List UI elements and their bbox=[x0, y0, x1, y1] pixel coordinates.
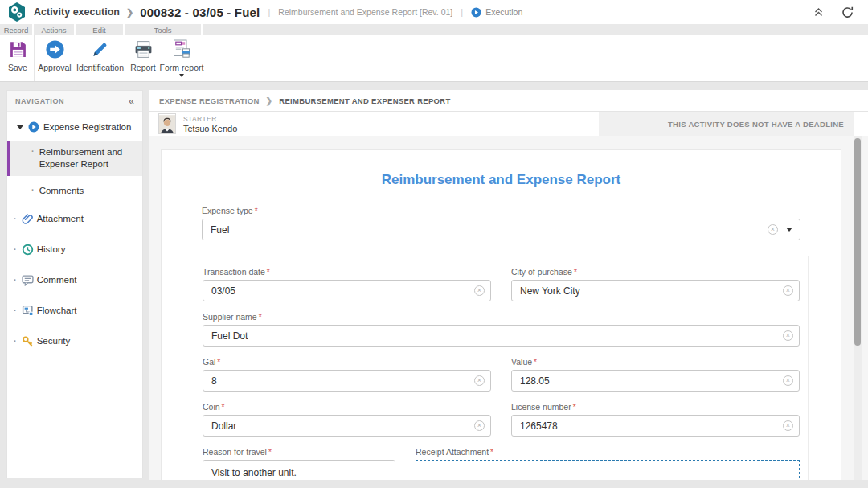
starter-name: Tetsuo Kendo bbox=[183, 124, 237, 133]
history-clock-icon bbox=[22, 244, 34, 256]
breadcrumb-reimbursement-report: REIMBURSEMENT AND EXPENSER REPORT bbox=[279, 96, 450, 105]
app-logo-icon bbox=[8, 2, 26, 22]
bullet-icon bbox=[14, 306, 17, 315]
report-button[interactable]: Report bbox=[125, 38, 161, 80]
sidebar-item-comment[interactable]: Comment bbox=[7, 266, 142, 294]
form-card: Reimbursement and Expense Report Expense… bbox=[161, 149, 841, 480]
license-number-input[interactable] bbox=[511, 415, 800, 437]
sidebar-subitem-comments[interactable]: Comments bbox=[7, 179, 142, 203]
execution-status: Execution bbox=[471, 7, 522, 18]
sidebar-subitem-label: Reimbursement and Expenser Report bbox=[39, 146, 136, 170]
clear-field-icon[interactable] bbox=[768, 224, 778, 235]
avatar bbox=[158, 113, 176, 134]
collapse-ribbon-icon[interactable] bbox=[813, 7, 824, 17]
breadcrumb: EXPENSE REGISTRATION ❯ REIMBURSEMENT AND… bbox=[149, 90, 868, 112]
clear-field-icon[interactable] bbox=[783, 420, 793, 431]
vertical-scrollbar-thumb[interactable] bbox=[854, 138, 861, 346]
sidebar-subitem-label: Comments bbox=[39, 185, 84, 197]
navigation-header: NAVIGATION bbox=[7, 91, 142, 112]
sidebar-item-label: Attachment bbox=[37, 214, 84, 223]
ribbon-separator bbox=[203, 35, 203, 81]
sidebar-item-history[interactable]: History bbox=[7, 236, 142, 264]
ribbon-group-tools: Tools bbox=[125, 24, 203, 35]
printer-icon bbox=[133, 38, 154, 60]
bullet-icon bbox=[14, 214, 17, 223]
receipt-dropzone[interactable]: Drag a file or use the select bbox=[416, 460, 800, 480]
sidebar-item-security[interactable]: Security bbox=[7, 327, 142, 355]
refresh-icon[interactable] bbox=[841, 6, 854, 18]
play-circle-icon bbox=[471, 7, 481, 18]
clear-field-icon[interactable] bbox=[783, 285, 793, 296]
key-icon bbox=[22, 335, 34, 347]
sidebar-item-label: Flowchart bbox=[37, 306, 77, 315]
transaction-date-label: Transaction date bbox=[203, 267, 491, 277]
value-label: Value bbox=[511, 357, 800, 367]
clear-field-icon[interactable] bbox=[783, 330, 793, 341]
gal-input[interactable] bbox=[203, 370, 491, 392]
sidebar-item-attachment[interactable]: Attachment bbox=[7, 205, 142, 233]
value-input[interactable] bbox=[511, 370, 800, 392]
sidebar-item-label: Security bbox=[37, 336, 71, 346]
form-title: Reimbursement and Expense Report bbox=[162, 172, 841, 188]
arrow-right-circle-icon bbox=[45, 38, 65, 60]
ribbon-group-edit: Edit bbox=[76, 24, 125, 35]
select-caret-icon[interactable] bbox=[786, 228, 792, 232]
starter-row: STARTER Tetsuo Kendo THIS ACTIVITY DOES … bbox=[149, 112, 868, 136]
bullet-icon bbox=[31, 146, 35, 170]
paperclip-icon bbox=[22, 213, 34, 225]
supplier-name-label: Supplier name bbox=[203, 312, 800, 322]
expense-type-select[interactable] bbox=[202, 219, 800, 240]
collapse-sidebar-icon[interactable] bbox=[129, 96, 134, 106]
expand-caret-icon[interactable] bbox=[17, 125, 23, 129]
sidebar-item-label: Comment bbox=[37, 275, 77, 285]
main-panel: EXPENSE REGISTRATION ❯ REIMBURSEMENT AND… bbox=[149, 90, 868, 480]
save-button[interactable]: Save bbox=[1, 38, 35, 80]
top-bar: Activity execution ❯ 000832 - 03/05 - Fu… bbox=[0, 0, 868, 24]
starter-label: STARTER bbox=[183, 115, 237, 123]
coin-input[interactable] bbox=[203, 415, 491, 437]
form-printer-icon bbox=[171, 38, 192, 60]
approval-button[interactable]: Approval bbox=[35, 38, 75, 80]
deadline-notice: THIS ACTIVITY DOES NOT HAVE A DEADLINE bbox=[599, 112, 854, 136]
pencil-icon bbox=[90, 38, 110, 60]
clear-field-icon[interactable] bbox=[474, 420, 485, 431]
ribbon-group-actions: Actions bbox=[34, 24, 76, 35]
separator: | bbox=[461, 7, 463, 17]
transaction-date-input[interactable] bbox=[203, 280, 491, 301]
city-of-purchase-input[interactable] bbox=[511, 280, 800, 301]
app-title: Activity execution bbox=[34, 6, 120, 18]
form-revision-label: Reimbursement and Expense Report [Rev. 0… bbox=[278, 7, 452, 17]
sidebar-item-expense-registration[interactable]: Expense Registration bbox=[7, 112, 142, 137]
navigation-title: NAVIGATION bbox=[15, 97, 64, 105]
clear-field-icon[interactable] bbox=[474, 285, 485, 296]
clear-field-icon[interactable] bbox=[474, 375, 485, 386]
vertical-scrollbar-track[interactable] bbox=[854, 136, 862, 480]
city-of-purchase-label: City of purchase bbox=[511, 267, 800, 277]
gal-label: Gal bbox=[203, 357, 491, 367]
bullet-icon bbox=[14, 336, 17, 346]
expense-type-label: Expense type bbox=[202, 206, 800, 215]
license-number-label: License number bbox=[511, 402, 800, 412]
comment-bubble-icon bbox=[22, 274, 34, 286]
form-report-button[interactable]: Form report bbox=[161, 38, 203, 80]
floppy-disk-icon bbox=[8, 38, 28, 60]
record-title: 000832 - 03/05 - Fuel bbox=[140, 6, 260, 19]
clear-field-icon[interactable] bbox=[783, 375, 793, 386]
breadcrumb-expense-registration[interactable]: EXPENSE REGISTRATION bbox=[159, 96, 260, 105]
dropdown-caret-icon bbox=[179, 74, 184, 77]
sidebar-item-label: History bbox=[37, 244, 66, 254]
title-chevron-icon: ❯ bbox=[126, 7, 133, 18]
bullet-icon bbox=[31, 185, 35, 197]
reason-for-travel-label: Reason for travel bbox=[203, 447, 395, 457]
supplier-name-input[interactable] bbox=[203, 325, 800, 347]
receipt-attachment-label: Receipt Attachment bbox=[416, 447, 800, 457]
chevron-right-icon: ❯ bbox=[266, 96, 273, 105]
identification-button[interactable]: Identification bbox=[76, 38, 124, 80]
sidebar-subitem-reimbursement-report[interactable]: Reimbursement and Expenser Report bbox=[7, 141, 142, 176]
expense-details-group: Transaction date City of purchase bbox=[194, 256, 809, 480]
reason-for-travel-textarea[interactable]: Visit to another unit. bbox=[203, 460, 395, 480]
ribbon-group-record: Record bbox=[0, 24, 34, 35]
navigation-panel: NAVIGATION Expense Registration Reimburs… bbox=[6, 90, 143, 478]
form-scroll-area: Reimbursement and Expense Report Expense… bbox=[149, 136, 868, 480]
sidebar-item-flowchart[interactable]: Flowchart bbox=[7, 297, 142, 325]
